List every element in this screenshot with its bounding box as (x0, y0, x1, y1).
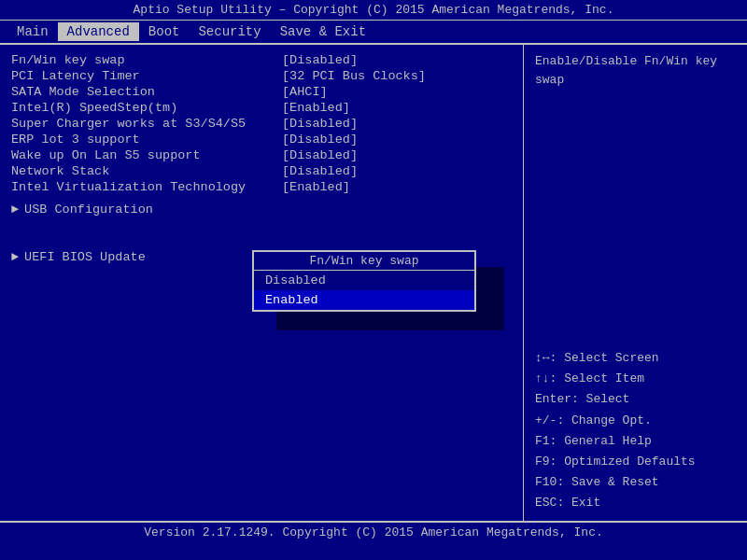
key-hint: ESC: Exit (535, 493, 736, 513)
setting-row: ERP lot 3 support[Disabled] (11, 132, 512, 147)
key-hint: F10: Save & Reset (535, 472, 736, 493)
bottom-bar: Version 2.17.1249. Copyright (C) 2015 Am… (0, 521, 747, 543)
setting-value[interactable]: [Disabled] (282, 117, 358, 131)
setting-row: Super Charger works at S3/S4/S5[Disabled… (11, 116, 512, 132)
settings-list: Fn/Win key swap[Disabled]PCI Latency Tim… (11, 52, 512, 195)
setting-row: Fn/Win key swap[Disabled] (11, 52, 512, 68)
setting-label: Wake up On Lan S5 support (11, 148, 282, 162)
setting-row: PCI Latency Timer[32 PCI Bus Clocks] (11, 68, 512, 84)
setting-value[interactable]: [Disabled] (282, 133, 358, 147)
menu-item-save--exit[interactable]: Save & Exit (271, 22, 375, 41)
content-area: Fn/Win key swap[Disabled]PCI Latency Tim… (0, 45, 747, 521)
section-label: USB Configuration (24, 203, 153, 217)
menu-item-security[interactable]: Security (189, 22, 270, 41)
title-text: Aptio Setup Utility – Copyright (C) 2015… (134, 3, 614, 17)
setting-row: Intel Virtualization Technology[Enabled] (11, 179, 512, 195)
setting-label: Intel Virtualization Technology (11, 180, 282, 194)
key-hint: Enter: Select (535, 389, 736, 410)
setting-label: SATA Mode Selection (11, 85, 282, 99)
dropdown-popup[interactable]: Fn/Win key swap DisabledEnabled (252, 250, 476, 312)
key-hint: F1: General Help (535, 431, 736, 452)
setting-row: Wake up On Lan S5 support[Disabled] (11, 147, 512, 163)
menu-item-main[interactable]: Main (7, 22, 58, 41)
setting-label: Fn/Win key swap (11, 53, 282, 67)
section-header-usb-configuration[interactable]: ►USB Configuration (11, 199, 512, 220)
menu-bar: MainAdvancedBootSecuritySave & Exit (0, 21, 747, 45)
left-panel: Fn/Win key swap[Disabled]PCI Latency Tim… (0, 45, 523, 521)
setting-row: Intel(R) SpeedStep(tm)[Enabled] (11, 100, 512, 116)
key-hint: +/-: Change Opt. (535, 411, 736, 431)
setting-value[interactable]: [Enabled] (282, 101, 350, 115)
title-bar: Aptio Setup Utility – Copyright (C) 2015… (0, 0, 747, 21)
help-text: Enable/Disable Fn/Win key swap (535, 52, 736, 89)
setting-label: Super Charger works at S3/S4/S5 (11, 117, 282, 131)
footer-text: Version 2.17.1249. Copyright (C) 2015 Am… (144, 525, 602, 539)
popup-option[interactable]: Disabled (254, 271, 474, 290)
key-hint: ↕↔: Select Screen (535, 348, 736, 369)
key-legend: ↕↔: Select Screen↑↓: Select ItemEnter: S… (535, 348, 736, 513)
key-hint: F9: Optimized Defaults (535, 452, 736, 472)
popup-title: Fn/Win key swap (254, 252, 474, 271)
section-arrow: ► (11, 250, 19, 264)
menu-item-advanced[interactable]: Advanced (58, 22, 139, 41)
setting-label: Network Stack (11, 164, 282, 178)
setting-label: Intel(R) SpeedStep(tm) (11, 101, 282, 115)
menu-item-boot[interactable]: Boot (139, 22, 190, 41)
setting-row: Network Stack[Disabled] (11, 163, 512, 179)
setting-value[interactable]: [Enabled] (282, 180, 350, 194)
right-panel: Enable/Disable Fn/Win key swap ↕↔: Selec… (523, 45, 747, 521)
setting-value[interactable]: [Disabled] (282, 148, 358, 162)
setting-value[interactable]: [32 PCI Bus Clocks] (282, 69, 426, 83)
setting-label: ERP lot 3 support (11, 133, 282, 147)
popup-option[interactable]: Enabled (254, 290, 474, 310)
section-arrow: ► (11, 203, 19, 217)
setting-value[interactable]: [AHCI] (282, 85, 328, 99)
section-label: UEFI BIOS Update (24, 250, 146, 264)
key-hint: ↑↓: Select Item (535, 369, 736, 389)
setting-row: SATA Mode Selection[AHCI] (11, 84, 512, 100)
setting-label: PCI Latency Timer (11, 69, 282, 83)
setting-value[interactable]: [Disabled] (282, 53, 358, 67)
setting-value[interactable]: [Disabled] (282, 164, 358, 178)
popup-options: DisabledEnabled (254, 271, 474, 310)
